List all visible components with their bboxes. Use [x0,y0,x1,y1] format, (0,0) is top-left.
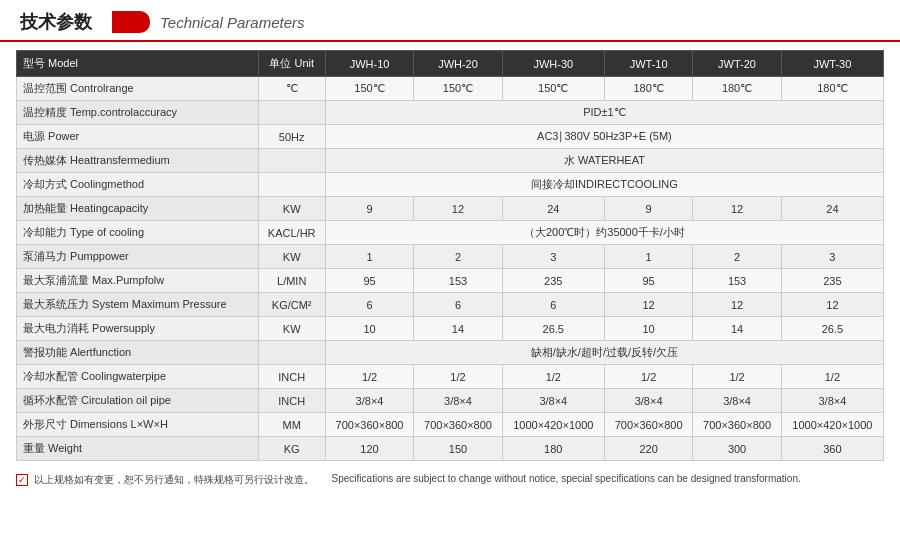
table-row: 重量 WeightKG120150180220300360 [17,437,884,461]
row-value: 700×360×800 [325,413,413,437]
row-value: 3 [781,245,883,269]
row-value: 3/8×4 [781,389,883,413]
row-value: 700×360×800 [414,413,502,437]
col-jwt10: JWT-10 [604,51,692,77]
row-value: 2 [693,245,781,269]
row-value: 9 [604,197,692,221]
col-jwh20: JWH-20 [414,51,502,77]
row-value: 14 [414,317,502,341]
row-label: 电源 Power [17,125,259,149]
row-value: 95 [325,269,413,293]
row-value: 1/2 [693,365,781,389]
row-label: 温控范围 Controlrange [17,77,259,101]
row-unit: MM [258,413,325,437]
row-value: 1000×420×1000 [781,413,883,437]
header-accent [112,11,150,33]
row-label: 冷却方式 Coolingmethod [17,173,259,197]
row-value: 1000×420×1000 [502,413,604,437]
row-label: 传热媒体 Heattransfermedium [17,149,259,173]
header: 技术参数 Technical Parameters [0,0,900,42]
row-value: 9 [325,197,413,221]
row-unit [258,341,325,365]
col-jwt20: JWT-20 [693,51,781,77]
row-value: 180℃ [781,77,883,101]
row-value: 6 [502,293,604,317]
row-value: 1/2 [781,365,883,389]
row-unit: INCH [258,389,325,413]
row-value: 14 [693,317,781,341]
table-row: 外形尺寸 Dimensions L×W×HMM700×360×800700×36… [17,413,884,437]
row-value: 150℃ [325,77,413,101]
row-value: 153 [693,269,781,293]
row-value: 6 [325,293,413,317]
row-label: 重量 Weight [17,437,259,461]
row-value: 1/2 [604,365,692,389]
row-unit: KW [258,197,325,221]
checkbox-icon [16,474,28,486]
row-value: 3 [502,245,604,269]
row-unit [258,173,325,197]
row-unit [258,149,325,173]
row-value: 12 [693,197,781,221]
row-value: 180℃ [604,77,692,101]
table-wrapper: 型号 Model 单位 Unit JWH-10 JWH-20 JWH-30 JW… [0,42,900,467]
row-value: 1/2 [414,365,502,389]
table-row: 温控精度 Temp.controlaccuracyPID±1℃ [17,101,884,125]
row-value: 10 [325,317,413,341]
table-row: 循环水配管 Circulation oil pipeINCH3/8×43/8×4… [17,389,884,413]
row-unit [258,101,325,125]
row-value: 150℃ [414,77,502,101]
row-value: 1/2 [502,365,604,389]
table-row: 冷却能力 Type of coolingKACL/HR（大200℃时）约3500… [17,221,884,245]
table-header-row: 型号 Model 单位 Unit JWH-10 JWH-20 JWH-30 JW… [17,51,884,77]
row-unit: INCH [258,365,325,389]
row-value: 150℃ [502,77,604,101]
row-value: 12 [693,293,781,317]
footer-cn: 以上规格如有变更，恕不另行通知，特殊规格可另行设计改造。 [34,473,314,487]
row-unit: KACL/HR [258,221,325,245]
row-value: 180 [502,437,604,461]
header-title-en: Technical Parameters [160,14,305,31]
row-value: 3/8×4 [325,389,413,413]
row-unit: KW [258,245,325,269]
row-value: 95 [604,269,692,293]
row-value: 2 [414,245,502,269]
row-value: 1 [604,245,692,269]
table-row: 最大系统压力 System Maximum PressureKG/CM²6661… [17,293,884,317]
row-label: 泵浦马力 Pumppower [17,245,259,269]
row-value: 12 [604,293,692,317]
row-value: 6 [414,293,502,317]
table-row: 最大泵浦流量 Max.PumpfolwL/MIN9515323595153235 [17,269,884,293]
row-value: 180℃ [693,77,781,101]
col-jwh30: JWH-30 [502,51,604,77]
row-value: 12 [781,293,883,317]
footer-note: 以上规格如有变更，恕不另行通知，特殊规格可另行设计改造。 Specificati… [0,467,900,495]
row-label: 最大系统压力 System Maximum Pressure [17,293,259,317]
col-unit: 单位 Unit [258,51,325,77]
row-value: 24 [502,197,604,221]
table-row: 温控范围 Controlrange℃150℃150℃150℃180℃180℃18… [17,77,884,101]
table-row: 加热能量 HeatingcapacityKW9122491224 [17,197,884,221]
tech-params-table: 型号 Model 单位 Unit JWH-10 JWH-20 JWH-30 JW… [16,50,884,461]
row-value: 300 [693,437,781,461]
row-value: 3/8×4 [502,389,604,413]
row-label: 加热能量 Heatingcapacity [17,197,259,221]
row-label: 循环水配管 Circulation oil pipe [17,389,259,413]
table-row: 最大电力消耗 PowersupplyKW101426.5101426.5 [17,317,884,341]
row-value: 1 [325,245,413,269]
row-unit: KG [258,437,325,461]
row-label: 最大电力消耗 Powersupply [17,317,259,341]
row-value: 120 [325,437,413,461]
row-value: 150 [414,437,502,461]
row-label: 外形尺寸 Dimensions L×W×H [17,413,259,437]
row-span-value: 缺相/缺水/超时/过载/反转/欠压 [325,341,883,365]
row-span-value: 间接冷却INDIRECTCOOLING [325,173,883,197]
row-unit: ℃ [258,77,325,101]
row-span-value: （大200℃时）约35000千卡/小时 [325,221,883,245]
row-value: 235 [502,269,604,293]
header-title-cn: 技术参数 [20,10,92,34]
row-value: 10 [604,317,692,341]
col-jwh10: JWH-10 [325,51,413,77]
row-value: 12 [414,197,502,221]
row-value: 700×360×800 [693,413,781,437]
